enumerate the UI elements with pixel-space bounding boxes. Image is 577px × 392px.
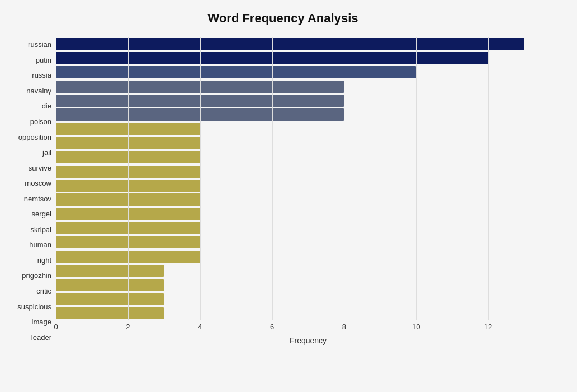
- bar: [56, 222, 200, 234]
- bar-row: [56, 306, 560, 320]
- x-axis-title: Frequency: [56, 336, 560, 345]
- bar: [56, 108, 344, 121]
- bar-row: [56, 292, 560, 306]
- chart-area: russianputinrussianavalnydiepoisonopposi…: [6, 37, 560, 345]
- x-tick-label: 4: [198, 323, 202, 331]
- x-tick-label: 12: [484, 323, 492, 331]
- bar: [56, 151, 200, 163]
- y-label: navalny: [26, 87, 51, 95]
- bar: [56, 137, 200, 149]
- bar-row: [56, 221, 560, 235]
- bar: [56, 265, 164, 277]
- x-tick-label: 8: [342, 323, 346, 331]
- y-label: image: [32, 318, 51, 325]
- x-tick-label: 0: [54, 323, 58, 331]
- bar: [56, 95, 344, 107]
- bar: [56, 236, 200, 248]
- y-label: opposition: [18, 134, 51, 141]
- y-label: suspicious: [17, 303, 51, 310]
- y-label: survive: [29, 164, 51, 172]
- y-label: putin: [36, 56, 51, 64]
- bar: [56, 279, 164, 291]
- y-label: sergei: [32, 210, 51, 218]
- x-tick-label: 2: [126, 323, 130, 331]
- bar-row: [56, 122, 560, 136]
- bar-row: [56, 264, 560, 278]
- y-label: critic: [36, 287, 51, 295]
- y-label: human: [29, 241, 51, 248]
- y-label: poison: [30, 118, 51, 125]
- y-label: russia: [32, 72, 51, 79]
- bar: [56, 293, 164, 305]
- bar: [56, 180, 200, 192]
- bar-row: [56, 51, 560, 65]
- y-label: russian: [28, 41, 51, 48]
- y-label: moscow: [25, 180, 51, 187]
- y-label: right: [37, 257, 51, 264]
- bar-row: [56, 79, 560, 93]
- bar: [56, 251, 200, 263]
- chart-container: Word Frequency Analysis russianputinruss…: [0, 0, 577, 392]
- bar: [56, 307, 164, 319]
- bar-row: [56, 93, 560, 107]
- bar: [56, 123, 200, 135]
- bar-row: [56, 193, 560, 207]
- bar: [56, 81, 344, 93]
- plot-area: 024681012 Frequency: [56, 37, 560, 345]
- x-tick-label: 10: [412, 323, 420, 331]
- chart-title: Word Frequency Analysis: [6, 11, 560, 26]
- bar-row: [56, 150, 560, 164]
- bar-row: [56, 249, 560, 263]
- y-label: nemtsov: [24, 195, 51, 202]
- bar: [56, 38, 524, 50]
- y-label: skripal: [30, 226, 51, 233]
- y-axis: russianputinrussianavalnydiepoisonopposi…: [6, 37, 56, 345]
- bars-wrapper: [56, 37, 560, 320]
- bar-row: [56, 37, 560, 51]
- y-label: prigozhin: [22, 272, 51, 279]
- x-labels: 024681012: [56, 323, 560, 334]
- bar-row: [56, 164, 560, 178]
- bar-row: [56, 235, 560, 249]
- bar: [56, 66, 416, 78]
- bar-row: [56, 207, 560, 221]
- x-tick-label: 6: [270, 323, 274, 331]
- bar-row: [56, 278, 560, 292]
- y-label: leader: [31, 334, 51, 341]
- y-label: jail: [42, 149, 51, 156]
- bar: [56, 166, 200, 178]
- bar-row: [56, 136, 560, 150]
- bar-row: [56, 108, 560, 122]
- bar-row: [56, 65, 560, 79]
- bar: [56, 52, 488, 64]
- bar-row: [56, 178, 560, 192]
- y-label: die: [42, 102, 51, 110]
- bar: [56, 208, 200, 220]
- bar: [56, 193, 200, 206]
